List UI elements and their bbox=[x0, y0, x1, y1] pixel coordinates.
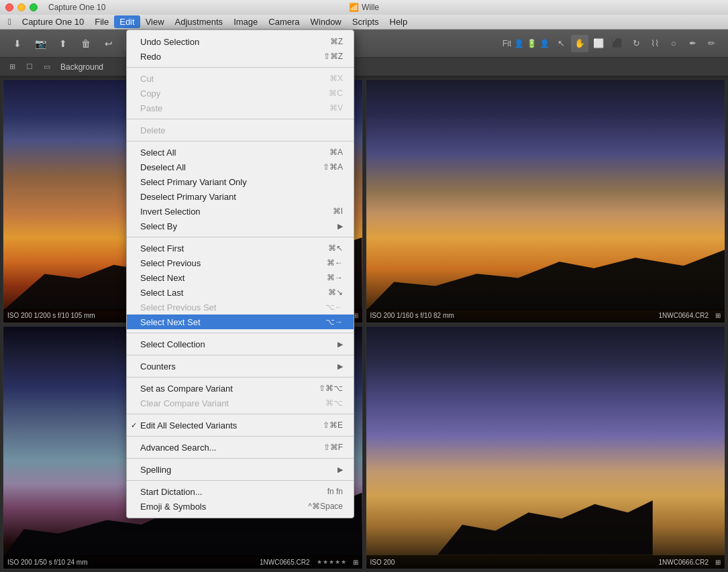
window-title: 📶 Wille bbox=[349, 3, 379, 12]
star-3-5: ★ bbox=[341, 559, 346, 565]
toolbar-export-btn[interactable]: ⬆ bbox=[54, 34, 72, 53]
exif-2: ISO 200 1/160 s f/10 82 mm bbox=[370, 312, 454, 319]
straighten-tool[interactable]: ⬛ bbox=[609, 35, 626, 52]
filename-4: 1NWC0666.CR2 bbox=[659, 559, 709, 566]
menu-select-collection[interactable]: Select Collection ▶ bbox=[127, 337, 354, 351]
menu-start-dictation[interactable]: Start Dictation... fn fn bbox=[127, 484, 354, 499]
menu-window[interactable]: Window bbox=[305, 15, 347, 28]
menu-section-undo: Undo Selection ⌘Z Redo ⇧⌘Z bbox=[127, 33, 354, 65]
menu-view[interactable]: View bbox=[140, 15, 170, 28]
menu-delete: Delete bbox=[127, 123, 354, 137]
app-name: Capture One 10 bbox=[48, 3, 105, 12]
menu-section-spelling: Spelling ▶ bbox=[127, 461, 354, 478]
brush-tool[interactable]: ✒ bbox=[684, 35, 701, 52]
toolbar-import-btn[interactable]: ⬇ bbox=[8, 34, 27, 53]
filename-3: 1NWC0665.CR2 bbox=[260, 559, 309, 566]
photo-info-right-4: 1NWC0666.CR2 ⊞ bbox=[659, 559, 721, 566]
traffic-lights[interactable] bbox=[5, 3, 38, 11]
photo-info-3: ISO 200 1/50 s f/10 24 mm 1NWC0665.CR2 ★… bbox=[3, 555, 362, 569]
menu-select-previous[interactable]: Select Previous ⌘← bbox=[127, 255, 354, 270]
menu-spelling[interactable]: Spelling ▶ bbox=[127, 462, 354, 477]
wifi-icon: 📶 bbox=[349, 3, 359, 12]
spot-tool[interactable]: ○ bbox=[665, 35, 682, 52]
menu-select-next[interactable]: Select Next ⌘→ bbox=[127, 270, 354, 285]
toolbar-undo-btn[interactable]: ↩ bbox=[99, 34, 118, 53]
menu-edit-selected[interactable]: ✓ Edit All Selected Variants ⇧⌘E bbox=[127, 418, 354, 433]
menu-deselect-primary[interactable]: Deselect Primary Variant bbox=[127, 189, 354, 204]
menu-clear-compare: Clear Compare Variant ⌘⌥ bbox=[127, 396, 354, 410]
minimize-button[interactable] bbox=[17, 3, 25, 11]
toolbar-camera-btn[interactable]: 📷 bbox=[31, 34, 50, 53]
menu-undo[interactable]: Undo Selection ⌘Z bbox=[127, 34, 354, 49]
edit-dropdown-menu: Undo Selection ⌘Z Redo ⇧⌘Z Cut ⌘X Copy ⌘… bbox=[126, 30, 354, 518]
menu-adjustments[interactable]: Adjustments bbox=[170, 15, 229, 28]
menu-redo[interactable]: Redo ⇧⌘Z bbox=[127, 49, 354, 64]
divider-6 bbox=[127, 355, 354, 355]
grid-icon-3: ⊞ bbox=[353, 559, 358, 566]
photo-cell-4[interactable]: ISO 200 1NWC0666.CR2 ⊞ bbox=[366, 326, 726, 570]
view-single-btn[interactable]: ☐ bbox=[23, 62, 36, 72]
view-grid-btn[interactable]: ⊞ bbox=[5, 62, 19, 72]
menu-file[interactable]: File bbox=[89, 15, 114, 28]
crop-tool[interactable]: ⬜ bbox=[590, 35, 607, 52]
toolbar-separator-1 bbox=[124, 37, 125, 50]
menu-cut: Cut ⌘X bbox=[127, 71, 354, 86]
menu-emoji-symbols[interactable]: Emoji & Symbols ^⌘Space bbox=[127, 499, 354, 514]
menu-select-all[interactable]: Select All ⌘A bbox=[127, 145, 354, 160]
photo-cell-2[interactable]: ISO 200 1/160 s f/10 82 mm 1NWC0664.CR2 … bbox=[366, 79, 726, 323]
pan-tool[interactable]: ✋ bbox=[571, 35, 588, 52]
menu-scripts[interactable]: Scripts bbox=[347, 15, 384, 28]
secondary-toolbar: ⊞ ☐ ▭ Background bbox=[0, 58, 728, 76]
person-icon: 👤 bbox=[514, 39, 524, 48]
exif-4: ISO 200 bbox=[370, 559, 395, 566]
view-filmstrip-btn[interactable]: ▭ bbox=[40, 62, 54, 72]
menu-edit[interactable]: Edit bbox=[114, 15, 140, 28]
star-3-2: ★ bbox=[323, 559, 328, 565]
toolbar-delete-btn[interactable]: 🗑 bbox=[76, 34, 95, 53]
rotate-tool[interactable]: ↻ bbox=[627, 35, 645, 52]
toolbar: ⬇ 📷 ⬆ 🗑 ↩ Fit 👤 🔋 👤 ↖ ✋ ⬜ ⬛ ↻ ⌇⌇ ○ ✒ ✏ bbox=[0, 30, 728, 58]
menu-capture[interactable]: Capture One 10 bbox=[17, 15, 90, 28]
keystone-tool[interactable]: ⌇⌇ bbox=[646, 35, 664, 52]
menu-section-counters: Counters ▶ bbox=[127, 357, 354, 375]
menu-paste: Paste ⌘V bbox=[127, 101, 354, 115]
menu-section-edit-variants: ✓ Edit All Selected Variants ⇧⌘E bbox=[127, 416, 354, 434]
menu-select-last[interactable]: Select Last ⌘↘ bbox=[127, 285, 354, 300]
photo-info-right-2: 1NWC0664.CR2 ⊞ bbox=[659, 312, 721, 319]
menu-advanced-search[interactable]: Advanced Search... ⇧⌘F bbox=[127, 440, 354, 455]
menu-section-navigate: Select First ⌘↖ Select Previous ⌘← Selec… bbox=[127, 239, 354, 331]
menu-select-primary[interactable]: Select Primary Variant Only bbox=[127, 174, 354, 189]
star-3-4: ★ bbox=[335, 559, 340, 565]
erase-tool[interactable]: ✏ bbox=[703, 35, 720, 52]
menu-section-clipboard: Cut ⌘X Copy ⌘C Paste ⌘V bbox=[127, 70, 354, 117]
menu-apple[interactable]:  bbox=[3, 15, 17, 28]
menu-deselect-all[interactable]: Deselect All ⇧⌘A bbox=[127, 160, 354, 174]
maximize-button[interactable] bbox=[30, 3, 38, 11]
grid-icon-2: ⊞ bbox=[715, 312, 721, 319]
menu-section-select: Select All ⌘A Deselect All ⇧⌘A Select Pr… bbox=[127, 144, 354, 235]
menu-section-compare: Set as Compare Variant ⇧⌘⌥ Clear Compare… bbox=[127, 380, 354, 412]
menu-select-by[interactable]: Select By ▶ bbox=[127, 219, 354, 233]
menu-counters[interactable]: Counters ▶ bbox=[127, 359, 354, 374]
menu-select-first[interactable]: Select First ⌘↖ bbox=[127, 241, 354, 255]
menu-section-collection: Select Collection ▶ bbox=[127, 335, 354, 353]
menu-camera[interactable]: Camera bbox=[263, 15, 305, 28]
menu-set-compare[interactable]: Set as Compare Variant ⇧⌘⌥ bbox=[127, 381, 354, 396]
divider-4 bbox=[127, 237, 354, 237]
menu-help[interactable]: Help bbox=[384, 15, 413, 28]
menu-select-next-set[interactable]: Select Next Set ⌥→ bbox=[127, 314, 354, 329]
divider-9 bbox=[127, 436, 354, 437]
exif-3: ISO 200 1/50 s f/10 24 mm bbox=[7, 559, 88, 566]
grid-icon-4: ⊞ bbox=[715, 559, 721, 566]
menu-invert-selection[interactable]: Invert Selection ⌘I bbox=[127, 204, 354, 219]
cursor-tool[interactable]: ↖ bbox=[552, 35, 570, 52]
close-button[interactable] bbox=[5, 3, 13, 11]
checkmark-icon: ✓ bbox=[131, 421, 137, 430]
titlebar: Capture One 10 📶 Wille bbox=[0, 0, 728, 15]
divider-1 bbox=[127, 67, 354, 68]
menu-image[interactable]: Image bbox=[228, 15, 263, 28]
divider-2 bbox=[127, 119, 354, 119]
svg-marker-3 bbox=[437, 501, 653, 555]
filename-2: 1NWC0664.CR2 bbox=[659, 312, 709, 319]
photo-info-right-3: 1NWC0665.CR2 ★ ★ ★ ★ ★ ⊞ bbox=[260, 559, 358, 566]
